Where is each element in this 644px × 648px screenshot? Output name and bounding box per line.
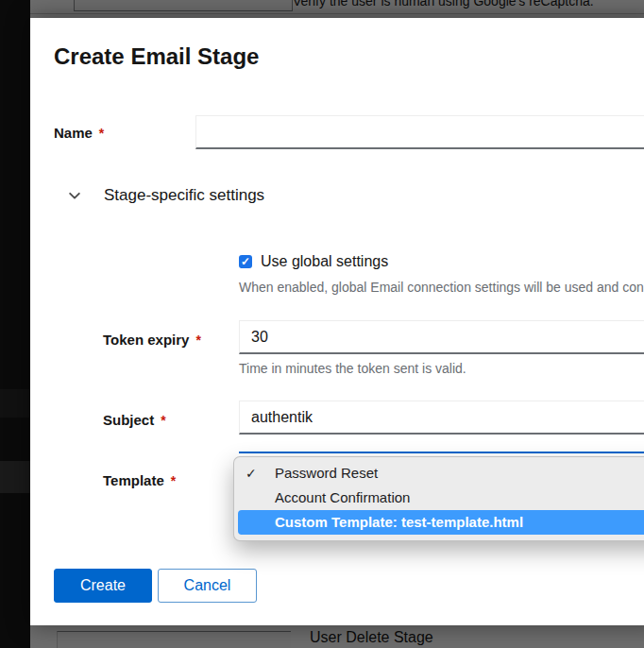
chevron-down-icon — [68, 189, 81, 202]
required-asterisk: * — [161, 413, 165, 428]
dropdown-option-custom-template[interactable]: Custom Template: test-template.html — [238, 510, 644, 535]
screen: Verify the user is human using Google's … — [0, 0, 644, 648]
template-select[interactable] — [239, 452, 644, 453]
create-email-stage-modal: Create Email Stage Name* Stage-specific … — [30, 18, 644, 625]
required-asterisk: * — [171, 473, 176, 488]
dropdown-option-account-confirmation[interactable]: Account Confirmation — [234, 486, 644, 510]
section-title: Stage-specific settings — [104, 186, 264, 205]
use-global-settings-checkbox[interactable]: ✓ — [239, 255, 252, 268]
subject-input[interactable] — [239, 401, 644, 435]
template-dropdown-menu: ✓ Password Reset Account Confirmation Cu… — [233, 456, 644, 541]
token-expiry-help: Time in minutes the token sent is valid. — [239, 361, 466, 376]
use-global-settings-row: ✓ Use global settings — [239, 253, 388, 270]
selected-check-icon: ✓ — [246, 461, 264, 486]
name-label: Name* — [54, 125, 104, 141]
template-label: Template* — [103, 472, 176, 488]
modal-title: Create Email Stage — [54, 43, 259, 70]
token-expiry-input[interactable] — [239, 320, 644, 354]
use-global-settings-label: Use global settings — [261, 253, 388, 270]
dropdown-option-password-reset[interactable]: ✓ Password Reset — [234, 461, 644, 486]
required-asterisk: * — [99, 126, 104, 141]
create-button[interactable]: Create — [54, 569, 152, 603]
check-icon: ✓ — [241, 255, 250, 268]
global-settings-help: When enabled, global Email connection se… — [239, 280, 644, 295]
stage-specific-settings-toggle[interactable]: Stage-specific settings — [68, 186, 264, 205]
subject-label: Subject* — [103, 412, 166, 428]
name-input[interactable] — [195, 115, 644, 149]
token-expiry-label: Token expiry* — [103, 332, 201, 348]
cancel-button[interactable]: Cancel — [158, 569, 257, 603]
required-asterisk: * — [195, 333, 200, 348]
